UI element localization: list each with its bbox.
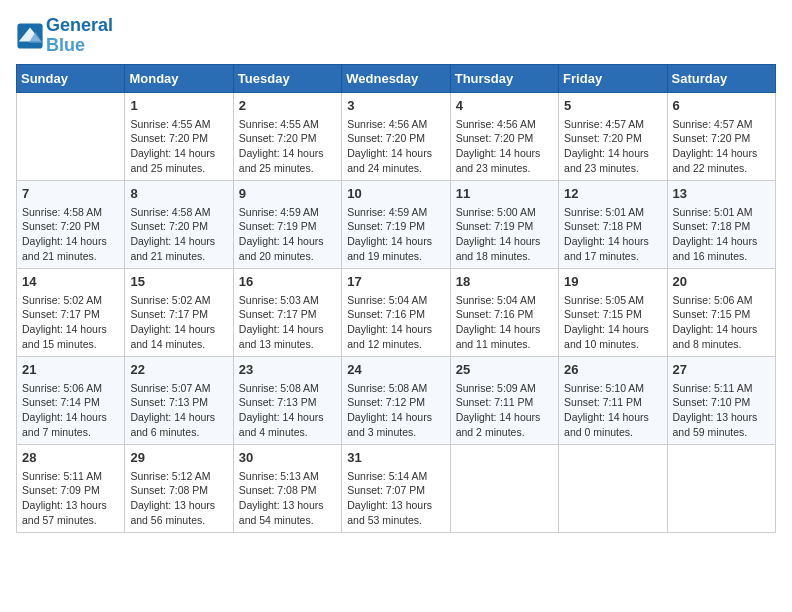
weekday-header-sunday: Sunday [17, 64, 125, 92]
calendar-week-row: 14Sunrise: 5:02 AMSunset: 7:17 PMDayligh… [17, 268, 776, 356]
logo: GeneralBlue [16, 16, 113, 56]
day-info-line: Sunset: 7:08 PM [130, 483, 227, 498]
day-info-line: Sunset: 7:20 PM [130, 219, 227, 234]
day-number: 2 [239, 97, 336, 115]
day-number: 17 [347, 273, 444, 291]
day-info-line: Daylight: 13 hours [239, 498, 336, 513]
day-info-line: Daylight: 14 hours [347, 410, 444, 425]
day-info-line: Sunrise: 5:08 AM [347, 381, 444, 396]
day-number: 26 [564, 361, 661, 379]
calendar-cell: 26Sunrise: 5:10 AMSunset: 7:11 PMDayligh… [559, 356, 667, 444]
day-info-line: Sunrise: 5:06 AM [22, 381, 119, 396]
day-info-line: Daylight: 14 hours [239, 146, 336, 161]
day-info-line: and 19 minutes. [347, 249, 444, 264]
day-info-line: Sunset: 7:20 PM [347, 131, 444, 146]
day-info-line: Daylight: 14 hours [22, 410, 119, 425]
calendar-cell: 7Sunrise: 4:58 AMSunset: 7:20 PMDaylight… [17, 180, 125, 268]
day-info-line: Sunrise: 5:02 AM [22, 293, 119, 308]
day-info-line: and 17 minutes. [564, 249, 661, 264]
day-info-line: and 23 minutes. [456, 161, 553, 176]
day-info-line: and 22 minutes. [673, 161, 770, 176]
day-info-line: and 21 minutes. [22, 249, 119, 264]
day-info-line: Sunset: 7:13 PM [130, 395, 227, 410]
day-info-line: Sunrise: 5:12 AM [130, 469, 227, 484]
day-number: 19 [564, 273, 661, 291]
day-info-line: Sunrise: 5:11 AM [673, 381, 770, 396]
day-info-line: and 3 minutes. [347, 425, 444, 440]
calendar-cell: 11Sunrise: 5:00 AMSunset: 7:19 PMDayligh… [450, 180, 558, 268]
day-number: 9 [239, 185, 336, 203]
day-info-line: Sunrise: 5:10 AM [564, 381, 661, 396]
calendar-week-row: 1Sunrise: 4:55 AMSunset: 7:20 PMDaylight… [17, 92, 776, 180]
calendar-cell: 15Sunrise: 5:02 AMSunset: 7:17 PMDayligh… [125, 268, 233, 356]
day-info-line: and 25 minutes. [239, 161, 336, 176]
day-info-line: Daylight: 14 hours [22, 322, 119, 337]
day-info-line: and 21 minutes. [130, 249, 227, 264]
day-number: 22 [130, 361, 227, 379]
day-info-line: Sunset: 7:20 PM [130, 131, 227, 146]
day-info-line: and 25 minutes. [130, 161, 227, 176]
day-info-line: Daylight: 14 hours [347, 146, 444, 161]
day-number: 31 [347, 449, 444, 467]
day-info-line: Sunset: 7:18 PM [673, 219, 770, 234]
day-info-line: and 24 minutes. [347, 161, 444, 176]
day-number: 11 [456, 185, 553, 203]
day-number: 3 [347, 97, 444, 115]
day-info-line: Daylight: 14 hours [673, 322, 770, 337]
day-info-line: Sunrise: 5:09 AM [456, 381, 553, 396]
calendar-cell: 8Sunrise: 4:58 AMSunset: 7:20 PMDaylight… [125, 180, 233, 268]
day-info-line: Sunset: 7:20 PM [564, 131, 661, 146]
calendar-cell: 13Sunrise: 5:01 AMSunset: 7:18 PMDayligh… [667, 180, 775, 268]
logo-text: GeneralBlue [46, 16, 113, 56]
day-number: 7 [22, 185, 119, 203]
calendar-cell: 25Sunrise: 5:09 AMSunset: 7:11 PMDayligh… [450, 356, 558, 444]
day-info-line: Sunrise: 4:55 AM [239, 117, 336, 132]
day-info-line: Sunset: 7:16 PM [347, 307, 444, 322]
day-info-line: Daylight: 14 hours [130, 410, 227, 425]
day-info-line: Daylight: 14 hours [564, 410, 661, 425]
day-info-line: Daylight: 14 hours [130, 322, 227, 337]
day-info-line: Daylight: 14 hours [564, 234, 661, 249]
day-number: 8 [130, 185, 227, 203]
day-info-line: Sunrise: 5:04 AM [456, 293, 553, 308]
calendar-cell: 23Sunrise: 5:08 AMSunset: 7:13 PMDayligh… [233, 356, 341, 444]
calendar-week-row: 21Sunrise: 5:06 AMSunset: 7:14 PMDayligh… [17, 356, 776, 444]
day-info-line: Sunrise: 5:01 AM [564, 205, 661, 220]
calendar-cell: 5Sunrise: 4:57 AMSunset: 7:20 PMDaylight… [559, 92, 667, 180]
day-info-line: and 4 minutes. [239, 425, 336, 440]
day-number: 30 [239, 449, 336, 467]
day-info-line: Sunrise: 5:07 AM [130, 381, 227, 396]
day-info-line: Sunset: 7:20 PM [22, 219, 119, 234]
day-info-line: Daylight: 13 hours [130, 498, 227, 513]
day-info-line: and 56 minutes. [130, 513, 227, 528]
day-info-line: Sunrise: 4:57 AM [673, 117, 770, 132]
calendar-cell [450, 444, 558, 532]
day-number: 29 [130, 449, 227, 467]
day-info-line: and 57 minutes. [22, 513, 119, 528]
day-info-line: Sunrise: 5:03 AM [239, 293, 336, 308]
day-info-line: and 10 minutes. [564, 337, 661, 352]
day-info-line: and 59 minutes. [673, 425, 770, 440]
calendar-week-row: 28Sunrise: 5:11 AMSunset: 7:09 PMDayligh… [17, 444, 776, 532]
day-info-line: Sunrise: 4:58 AM [22, 205, 119, 220]
day-info-line: Daylight: 14 hours [130, 146, 227, 161]
day-info-line: Daylight: 14 hours [456, 410, 553, 425]
day-info-line: Daylight: 14 hours [673, 234, 770, 249]
day-info-line: Sunset: 7:19 PM [456, 219, 553, 234]
day-info-line: Daylight: 14 hours [130, 234, 227, 249]
calendar-cell: 3Sunrise: 4:56 AMSunset: 7:20 PMDaylight… [342, 92, 450, 180]
day-info-line: Sunrise: 4:56 AM [456, 117, 553, 132]
day-info-line: Sunset: 7:19 PM [239, 219, 336, 234]
day-info-line: Sunrise: 4:56 AM [347, 117, 444, 132]
day-info-line: Sunrise: 4:57 AM [564, 117, 661, 132]
day-number: 1 [130, 97, 227, 115]
day-info-line: Sunset: 7:12 PM [347, 395, 444, 410]
calendar-cell: 19Sunrise: 5:05 AMSunset: 7:15 PMDayligh… [559, 268, 667, 356]
calendar-week-row: 7Sunrise: 4:58 AMSunset: 7:20 PMDaylight… [17, 180, 776, 268]
calendar-cell: 10Sunrise: 4:59 AMSunset: 7:19 PMDayligh… [342, 180, 450, 268]
day-info-line: Daylight: 14 hours [347, 234, 444, 249]
day-info-line: Sunrise: 5:13 AM [239, 469, 336, 484]
calendar-cell: 2Sunrise: 4:55 AMSunset: 7:20 PMDaylight… [233, 92, 341, 180]
day-info-line: Sunset: 7:17 PM [130, 307, 227, 322]
day-info-line: and 53 minutes. [347, 513, 444, 528]
